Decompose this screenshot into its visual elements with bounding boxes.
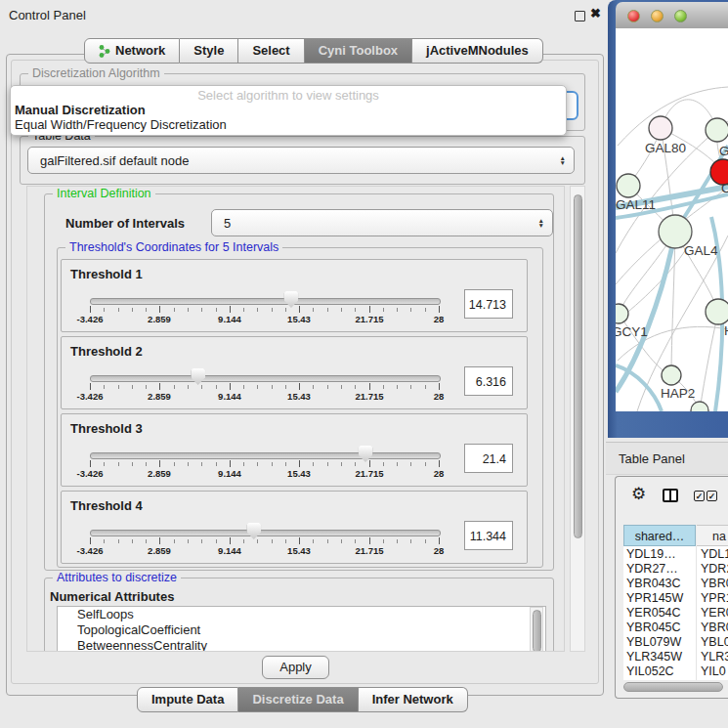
threshold-slider[interactable]: [90, 452, 441, 459]
threshold-slider[interactable]: [90, 375, 441, 382]
apply-button[interactable]: Apply: [262, 656, 329, 679]
close-icon[interactable]: ✖: [590, 6, 601, 21]
node-hap2[interactable]: [662, 365, 681, 385]
table-horizontal-scrollbar[interactable]: [621, 681, 728, 694]
control-panel: Control Panel ✖ Network Style Select Cyn…: [0, 0, 606, 728]
zoom-traffic-light[interactable]: [674, 10, 687, 22]
table-row[interactable]: YPR145W: [626, 591, 695, 605]
tick-label: -3.426: [77, 391, 104, 402]
threshold-value-field[interactable]: 14.713: [464, 289, 513, 319]
tab-network[interactable]: Network: [84, 38, 180, 64]
slider-thumb[interactable]: [246, 523, 261, 539]
settings-scrollbar[interactable]: [570, 186, 585, 652]
list-scrollbar[interactable]: [530, 607, 543, 652]
table-cell[interactable]: YBL0: [701, 635, 728, 649]
node-ga[interactable]: [706, 118, 728, 142]
table-cell[interactable]: YER0: [701, 606, 728, 620]
network-canvas[interactable]: GAL80 GA C GAL11 GAL4 GCY1 H HAP2: [616, 28, 728, 411]
table-row[interactable]: YBR043C: [626, 577, 695, 590]
table-cell[interactable]: YDR2: [701, 562, 728, 576]
tab-label: Style: [193, 39, 224, 63]
algorithm-group-title: Discretization Algorithm: [28, 66, 164, 80]
tab-jactivemnodules[interactable]: jActiveMNodules: [412, 38, 543, 64]
list-item[interactable]: BetweennessCentrality: [58, 638, 545, 652]
slider-thumb[interactable]: [359, 446, 373, 462]
slider-thumb[interactable]: [191, 368, 205, 385]
threshold-label: Threshold 1: [70, 267, 143, 281]
select-column-checkbox-icon[interactable]: ✓: [707, 491, 717, 501]
table-row[interactable]: YDL19…: [626, 547, 695, 561]
node-label: HAP2: [661, 386, 695, 401]
table-row[interactable]: YBR045C: [626, 621, 695, 634]
node-label: GCY1: [616, 324, 648, 339]
float-icon[interactable]: [575, 11, 585, 21]
tick-label: 2.859: [148, 468, 171, 479]
node-gcy1[interactable]: [616, 304, 628, 323]
tick-label: 15.43: [287, 545, 311, 556]
node-gal80[interactable]: [649, 116, 672, 140]
threshold-label: Threshold 4: [70, 498, 143, 513]
tick-label: 9.144: [218, 314, 241, 324]
table-row[interactable]: YDR27…: [626, 562, 695, 576]
table-cell[interactable]: YIL0: [701, 664, 728, 678]
table-row[interactable]: YLR345W: [626, 650, 695, 664]
tick-label: -3.426: [77, 468, 104, 479]
threshold-panel: Threshold 1 -3.426 2.859 9.144 15.43 21.…: [61, 259, 528, 332]
tab-label: Discretize Data: [252, 688, 343, 711]
table-row[interactable]: YIL052C: [626, 664, 695, 678]
table-panel-bar: Table Panel: [606, 442, 728, 475]
tab-discretize-data[interactable]: Discretize Data: [238, 687, 358, 712]
threshold-value-field[interactable]: 21.4: [464, 444, 513, 473]
tab-cyni-toolbox[interactable]: Cyni Toolbox: [305, 38, 412, 64]
threshold-panel: Threshold 4 -3.426 2.859 9.144 15.43 21.…: [61, 491, 528, 564]
list-item[interactable]: SelfLoops: [58, 607, 545, 622]
table-row[interactable]: YBL079W: [626, 635, 695, 649]
threshold-slider[interactable]: [90, 298, 441, 305]
column-layout-icon[interactable]: [663, 489, 678, 502]
tick-label: 2.859: [148, 545, 171, 556]
dropdown-option-equal-width[interactable]: Equal Width/Frequency Discretization: [15, 117, 227, 132]
node-h[interactable]: [706, 299, 728, 324]
table-cell[interactable]: YDL1: [701, 547, 728, 561]
table-window: ⚙ ✓ ✓ shared… na YDL19… YDL1 YDR27… YDR2…: [615, 476, 728, 699]
tab-select[interactable]: Select: [238, 38, 304, 64]
tab-label: Network: [115, 39, 165, 63]
attributes-group: Attributes to discretize Numerical Attri…: [44, 578, 554, 652]
num-intervals-combobox[interactable]: 5 ▲▼: [211, 209, 553, 236]
interval-definition-title: Interval Definition: [53, 187, 155, 200]
threshold-value-field[interactable]: 6.316: [464, 366, 513, 396]
threshold-slider[interactable]: [90, 530, 441, 536]
slider-thumb[interactable]: [283, 291, 298, 308]
select-all-checkbox-icon[interactable]: ✓: [694, 491, 705, 501]
dropdown-option-manual[interactable]: Manual Discretization: [15, 103, 146, 117]
column-header-name[interactable]: na: [697, 525, 728, 546]
list-item[interactable]: TopologicalCoefficient: [58, 622, 545, 638]
node-label: GAL11: [616, 197, 656, 212]
minimize-traffic-light[interactable]: [651, 10, 664, 22]
tick-label: 21.715: [355, 545, 383, 556]
tick-label: 28: [434, 391, 445, 402]
tick-label: 9.144: [218, 545, 241, 556]
node-gal11[interactable]: [617, 174, 640, 197]
numerical-attributes-label: Numerical Attributes: [50, 589, 174, 604]
table-cell[interactable]: YPR1: [701, 591, 728, 605]
threshold-value-field[interactable]: 11.344: [464, 521, 513, 550]
close-traffic-light[interactable]: [627, 10, 640, 22]
table-row[interactable]: YER054C: [626, 606, 695, 620]
tab-impute-data[interactable]: Impute Data: [137, 687, 238, 712]
tab-style[interactable]: Style: [180, 38, 238, 64]
tick-label: -3.426: [77, 314, 104, 324]
table-cell[interactable]: YBR0: [701, 621, 728, 634]
column-header-shared[interactable]: shared…: [623, 525, 696, 546]
table-settings-icon[interactable]: ⚙: [631, 486, 646, 502]
bottom-tabs: Impute Data Discretize Data Infer Networ…: [137, 687, 468, 712]
threshold-panel: Threshold 2 -3.426 2.859 9.144 15.43 21.…: [61, 336, 528, 409]
table-cell[interactable]: YBR0: [701, 577, 728, 590]
algorithm-dropdown-popup: Select algorithm to view settings Manual…: [10, 85, 567, 136]
tick-label: 21.715: [355, 391, 383, 402]
tab-infer-network[interactable]: Infer Network: [359, 687, 468, 712]
node-partial[interactable]: [691, 402, 708, 411]
table-cell[interactable]: YLR3: [701, 650, 728, 664]
table-data-combobox[interactable]: galFiltered.sif default node ▲▼: [27, 147, 575, 174]
network-window-titlebar[interactable]: [616, 2, 728, 29]
